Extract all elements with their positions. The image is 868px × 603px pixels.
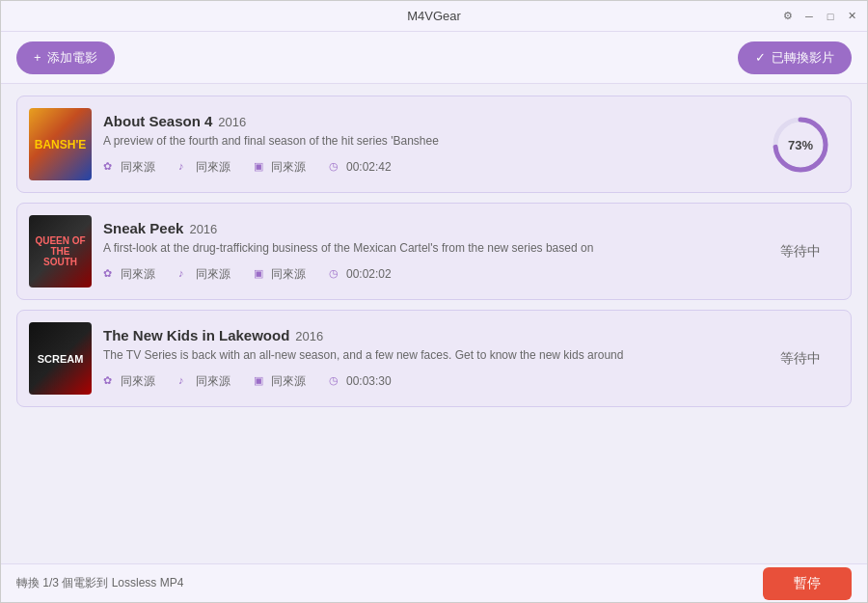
movie-metadata: ✿同來源♪同來源▣同來源◷00:02:42 [103, 159, 750, 176]
video-icon: ✿ [103, 160, 117, 174]
movie-status: 等待中 [762, 243, 839, 260]
add-movie-label: 添加電影 [47, 49, 97, 67]
status-waiting-text: 等待中 [780, 243, 821, 260]
clock-icon: ◷ [329, 374, 342, 388]
close-button[interactable]: ✕ [844, 9, 859, 24]
movie-item: QUEEN OF THE SOUTHSneak Peek2016A first-… [16, 203, 852, 300]
audio-label: 同來源 [196, 373, 231, 390]
audio-label: 同來源 [196, 159, 231, 176]
movie-title-text: The New Kids in Lakewood [103, 327, 289, 343]
bottom-bar: 轉換 1/3 個電影到 Lossless MP4 暫停 [1, 563, 867, 602]
movie-status: 73% [762, 116, 839, 174]
audio-icon: ♪ [178, 160, 192, 174]
settings-button[interactable]: ⚙ [780, 9, 796, 24]
subtitle-label: 同來源 [271, 159, 306, 176]
audio-meta: ♪同來源 [178, 159, 231, 176]
video-label: 同來源 [121, 266, 155, 283]
conversion-status: 轉換 1/3 個電影到 Lossless MP4 [16, 575, 183, 591]
movie-year: 2016 [218, 115, 246, 129]
subtitle-meta: ▣同來源 [254, 266, 306, 283]
thumbnail-image: SCREAM [29, 322, 92, 395]
movie-description: A first-look at the drug-trafficking bus… [103, 240, 750, 257]
movie-metadata: ✿同來源♪同來源▣同來源◷00:03:30 [103, 373, 750, 390]
movie-description: A preview of the fourth and final season… [103, 133, 750, 150]
video-label: 同來源 [121, 373, 155, 390]
subtitle-label: 同來源 [271, 266, 306, 283]
plus-icon: + [34, 50, 41, 65]
add-movie-button[interactable]: + 添加電影 [16, 41, 115, 74]
audio-icon: ♪ [178, 267, 192, 281]
movie-item: SCREAMThe New Kids in Lakewood2016The TV… [16, 310, 852, 407]
movie-metadata: ✿同來源♪同來源▣同來源◷00:02:02 [103, 266, 750, 283]
video-icon: ✿ [103, 267, 117, 281]
movie-info: The New Kids in Lakewood2016The TV Serie… [103, 327, 750, 390]
subtitle-meta: ▣同來源 [254, 373, 306, 390]
subtitle-meta: ▣同來源 [254, 159, 306, 176]
status-waiting-text: 等待中 [780, 350, 821, 368]
duration-meta: ◷00:02:02 [329, 267, 392, 281]
movie-status: 等待中 [762, 350, 839, 368]
video-meta: ✿同來源 [103, 373, 155, 390]
movie-year: 2016 [295, 329, 323, 343]
audio-label: 同來源 [196, 266, 231, 283]
movie-list: BANSH'EAbout Season 42016A preview of th… [1, 84, 867, 565]
movie-title-text: About Season 4 [103, 113, 212, 129]
pause-button[interactable]: 暫停 [763, 567, 852, 600]
duration-meta: ◷00:02:42 [329, 160, 392, 174]
progress-circle: 73% [772, 116, 829, 174]
maximize-button[interactable]: □ [823, 9, 838, 24]
clock-icon: ◷ [329, 267, 342, 281]
video-meta: ✿同來源 [103, 266, 155, 283]
audio-meta: ♪同來源 [178, 373, 231, 390]
converted-movies-label: 已轉換影片 [772, 49, 834, 67]
converted-movies-button[interactable]: ✓ 已轉換影片 [738, 41, 852, 74]
movie-description: The TV Series is back with an all-new se… [103, 347, 750, 364]
duration-label: 00:02:02 [346, 267, 392, 281]
movie-title-text: Sneak Peek [103, 220, 183, 236]
toolbar: + 添加電影 ✓ 已轉換影片 [1, 32, 867, 84]
video-meta: ✿同來源 [103, 159, 155, 176]
movie-title-row: About Season 42016 [103, 113, 750, 129]
movie-title-row: Sneak Peek2016 [103, 220, 750, 236]
audio-meta: ♪同來源 [178, 266, 231, 283]
check-icon: ✓ [755, 50, 766, 65]
duration-label: 00:02:42 [346, 160, 392, 174]
movie-item: BANSH'EAbout Season 42016A preview of th… [16, 96, 852, 193]
window-controls: ⚙ ─ □ ✕ [780, 9, 859, 24]
progress-text: 73% [788, 137, 813, 151]
subtitle-icon: ▣ [254, 160, 267, 174]
subtitle-icon: ▣ [254, 267, 267, 281]
movie-title-row: The New Kids in Lakewood2016 [103, 327, 750, 343]
movie-thumbnail: SCREAM [29, 322, 92, 395]
thumbnail-image: BANSH'E [29, 108, 92, 180]
duration-meta: ◷00:03:30 [329, 374, 392, 388]
video-label: 同來源 [121, 159, 155, 176]
movie-thumbnail: BANSH'E [29, 108, 92, 180]
movie-info: About Season 42016A preview of the fourt… [103, 113, 750, 176]
clock-icon: ◷ [329, 160, 342, 174]
app-title: M4VGear [407, 9, 461, 23]
title-bar: M4VGear ⚙ ─ □ ✕ [1, 1, 867, 32]
subtitle-icon: ▣ [254, 374, 267, 388]
subtitle-label: 同來源 [271, 373, 306, 390]
thumbnail-image: QUEEN OF THE SOUTH [29, 215, 92, 288]
movie-thumbnail: QUEEN OF THE SOUTH [29, 215, 92, 288]
video-icon: ✿ [103, 374, 117, 388]
movie-info: Sneak Peek2016A first-look at the drug-t… [103, 220, 750, 283]
movie-year: 2016 [189, 222, 217, 236]
duration-label: 00:03:30 [346, 374, 392, 388]
audio-icon: ♪ [178, 374, 192, 388]
minimize-button[interactable]: ─ [801, 9, 817, 24]
